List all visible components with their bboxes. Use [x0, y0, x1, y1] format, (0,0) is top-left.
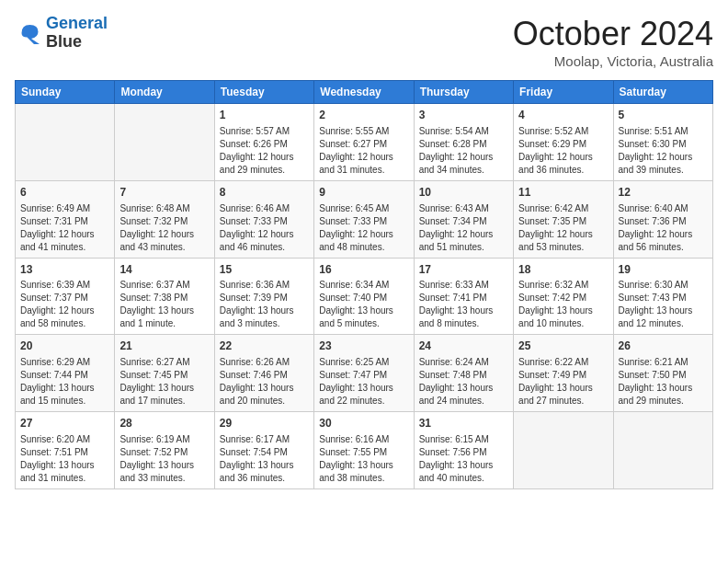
- sunrise-time: Sunrise: 6:45 AM: [319, 202, 408, 215]
- day-number: 10: [419, 185, 508, 201]
- daylight-hours: Daylight: 13 hours and 20 minutes.: [220, 382, 309, 408]
- sunrise-time: Sunrise: 5:54 AM: [419, 125, 508, 138]
- day-number: 4: [518, 108, 608, 123]
- daylight-hours: Daylight: 13 hours and 31 minutes.: [20, 459, 109, 485]
- daylight-hours: Daylight: 13 hours and 22 minutes.: [319, 382, 408, 408]
- sunrise-time: Sunrise: 6:27 AM: [119, 356, 209, 369]
- sunrise-time: Sunrise: 6:20 AM: [20, 433, 109, 446]
- daylight-hours: Daylight: 13 hours and 29 minutes.: [619, 382, 708, 408]
- calendar-day-cell: 4Sunrise: 5:52 AMSunset: 6:29 PMDaylight…: [514, 104, 613, 181]
- day-number: 20: [20, 339, 109, 354]
- sunrise-time: Sunrise: 6:17 AM: [220, 433, 309, 446]
- sunrise-time: Sunrise: 6:43 AM: [419, 202, 508, 215]
- sunset-time: Sunset: 7:52 PM: [119, 446, 209, 459]
- calendar-week-row: 27Sunrise: 6:20 AMSunset: 7:51 PMDayligh…: [16, 412, 713, 489]
- day-of-week-header: Wednesday: [314, 81, 414, 104]
- sunrise-time: Sunrise: 5:57 AM: [220, 125, 309, 138]
- calendar-day-cell: 13Sunrise: 6:39 AMSunset: 7:37 PMDayligh…: [16, 258, 115, 335]
- daylight-hours: Daylight: 12 hours and 43 minutes.: [119, 228, 209, 254]
- sunrise-time: Sunrise: 6:15 AM: [419, 433, 508, 446]
- sunset-time: Sunset: 7:37 PM: [20, 292, 109, 304]
- sunset-time: Sunset: 7:40 PM: [319, 292, 408, 304]
- sunset-time: Sunset: 7:54 PM: [220, 446, 309, 459]
- sunset-time: Sunset: 6:26 PM: [220, 138, 309, 151]
- daylight-hours: Daylight: 13 hours and 27 minutes.: [518, 382, 608, 408]
- calendar-day-cell: 21Sunrise: 6:27 AMSunset: 7:45 PMDayligh…: [115, 335, 214, 412]
- daylight-hours: Daylight: 13 hours and 40 minutes.: [419, 459, 508, 485]
- calendar-day-cell: 12Sunrise: 6:40 AMSunset: 7:36 PMDayligh…: [613, 180, 712, 258]
- calendar-day-cell: 27Sunrise: 6:20 AMSunset: 7:51 PMDayligh…: [16, 412, 115, 489]
- daylight-hours: Daylight: 13 hours and 38 minutes.: [319, 459, 408, 485]
- daylight-hours: Daylight: 13 hours and 3 minutes.: [220, 304, 309, 330]
- sunrise-time: Sunrise: 6:24 AM: [419, 356, 508, 369]
- day-number: 13: [20, 262, 109, 278]
- sunset-time: Sunset: 7:50 PM: [619, 369, 708, 382]
- sunrise-time: Sunrise: 6:22 AM: [518, 356, 608, 369]
- sunset-time: Sunset: 7:32 PM: [119, 215, 209, 228]
- day-number: 3: [419, 108, 508, 123]
- calendar-day-cell: 14Sunrise: 6:37 AMSunset: 7:38 PMDayligh…: [115, 258, 214, 335]
- daylight-hours: Daylight: 13 hours and 1 minute.: [119, 304, 209, 330]
- sunrise-time: Sunrise: 6:21 AM: [619, 356, 708, 369]
- day-of-week-header: Thursday: [414, 81, 513, 104]
- day-number: 9: [319, 185, 408, 201]
- daylight-hours: Daylight: 13 hours and 15 minutes.: [20, 382, 109, 408]
- sunset-time: Sunset: 7:41 PM: [419, 292, 508, 304]
- sunrise-time: Sunrise: 6:37 AM: [119, 279, 209, 292]
- day-number: 1: [220, 108, 309, 123]
- title-block: October 2024 Moolap, Victoria, Australia: [513, 15, 713, 69]
- sunset-time: Sunset: 7:46 PM: [220, 369, 309, 382]
- sunrise-time: Sunrise: 6:42 AM: [518, 202, 608, 215]
- day-number: 2: [319, 108, 408, 123]
- day-number: 14: [119, 262, 209, 278]
- sunset-time: Sunset: 7:33 PM: [220, 215, 309, 228]
- day-of-week-header: Friday: [514, 81, 613, 104]
- sunset-time: Sunset: 7:39 PM: [220, 292, 309, 304]
- logo: General Blue: [15, 15, 108, 52]
- daylight-hours: Daylight: 13 hours and 10 minutes.: [518, 304, 608, 330]
- sunset-time: Sunset: 7:48 PM: [419, 369, 508, 382]
- sunset-time: Sunset: 7:56 PM: [419, 446, 508, 459]
- calendar-day-cell: 25Sunrise: 6:22 AMSunset: 7:49 PMDayligh…: [514, 335, 613, 412]
- logo-text: General Blue: [46, 15, 108, 52]
- calendar-day-cell: 24Sunrise: 6:24 AMSunset: 7:48 PMDayligh…: [414, 335, 513, 412]
- sunrise-time: Sunrise: 6:26 AM: [220, 356, 309, 369]
- calendar-day-cell: 1Sunrise: 5:57 AMSunset: 6:26 PMDaylight…: [214, 104, 313, 181]
- calendar-day-cell: 10Sunrise: 6:43 AMSunset: 7:34 PMDayligh…: [414, 180, 513, 258]
- daylight-hours: Daylight: 13 hours and 8 minutes.: [419, 304, 508, 330]
- calendar-day-cell: 31Sunrise: 6:15 AMSunset: 7:56 PMDayligh…: [414, 412, 513, 489]
- sunrise-time: Sunrise: 5:55 AM: [319, 125, 408, 138]
- sunset-time: Sunset: 7:43 PM: [619, 292, 708, 304]
- day-number: 19: [619, 262, 708, 278]
- daylight-hours: Daylight: 13 hours and 5 minutes.: [319, 304, 408, 330]
- day-number: 29: [220, 416, 309, 431]
- sunrise-time: Sunrise: 6:32 AM: [518, 279, 608, 292]
- day-number: 12: [619, 185, 708, 201]
- sunrise-time: Sunrise: 6:16 AM: [319, 433, 408, 446]
- sunrise-time: Sunrise: 6:39 AM: [20, 279, 109, 292]
- calendar-week-row: 13Sunrise: 6:39 AMSunset: 7:37 PMDayligh…: [16, 258, 713, 335]
- sunrise-time: Sunrise: 6:49 AM: [20, 202, 109, 215]
- day-number: 7: [119, 185, 209, 201]
- sunrise-time: Sunrise: 6:34 AM: [319, 279, 408, 292]
- day-number: 27: [20, 416, 109, 431]
- calendar-day-cell: [16, 104, 115, 181]
- calendar-day-cell: 7Sunrise: 6:48 AMSunset: 7:32 PMDaylight…: [115, 180, 214, 258]
- daylight-hours: Daylight: 12 hours and 48 minutes.: [319, 228, 408, 254]
- day-number: 28: [119, 416, 209, 431]
- header-row: SundayMondayTuesdayWednesdayThursdayFrid…: [16, 81, 713, 104]
- day-number: 24: [419, 339, 508, 354]
- day-number: 6: [20, 185, 109, 201]
- calendar-day-cell: 18Sunrise: 6:32 AMSunset: 7:42 PMDayligh…: [514, 258, 613, 335]
- sunrise-time: Sunrise: 6:46 AM: [220, 202, 309, 215]
- daylight-hours: Daylight: 12 hours and 41 minutes.: [20, 228, 109, 254]
- logo-icon: [15, 19, 42, 47]
- sunset-time: Sunset: 7:33 PM: [319, 215, 408, 228]
- page-header: General Blue October 2024 Moolap, Victor…: [15, 15, 713, 69]
- sunrise-time: Sunrise: 6:40 AM: [619, 202, 708, 215]
- sunset-time: Sunset: 6:29 PM: [518, 138, 608, 151]
- day-number: 17: [419, 262, 508, 278]
- sunset-time: Sunset: 7:47 PM: [319, 369, 408, 382]
- calendar-day-cell: 26Sunrise: 6:21 AMSunset: 7:50 PMDayligh…: [613, 335, 712, 412]
- daylight-hours: Daylight: 12 hours and 34 minutes.: [419, 151, 508, 177]
